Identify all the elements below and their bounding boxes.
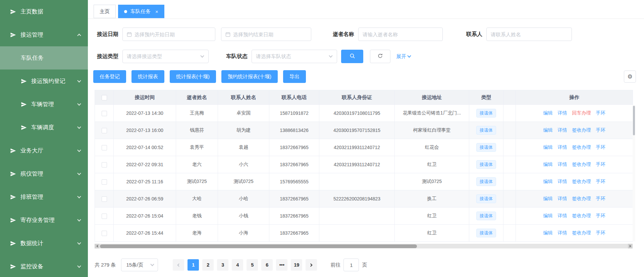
tab-1[interactable]: 车队任务× — [118, 5, 164, 18]
row-checkbox[interactable] — [102, 196, 107, 202]
contact-input[interactable] — [486, 28, 572, 41]
action-手环[interactable]: 手环 — [596, 161, 605, 168]
action-签收办理[interactable]: 签收办理 — [572, 230, 591, 236]
action-编辑[interactable]: 编辑 — [543, 127, 553, 133]
row-checkbox[interactable] — [102, 231, 107, 236]
deceased-name-input[interactable] — [358, 28, 443, 41]
date-start-input[interactable] — [122, 28, 215, 41]
page-size-select[interactable]: 15条/页 — [121, 259, 158, 271]
toolbar-button-0[interactable]: 任务登记 — [93, 70, 126, 83]
toolbar-button-1[interactable]: 统计报表 — [131, 70, 164, 83]
action-详情[interactable]: 详情 — [558, 144, 567, 150]
page-button-3[interactable]: 3 — [217, 259, 228, 271]
action-详情[interactable]: 详情 — [558, 213, 567, 219]
action-手环[interactable]: 手环 — [596, 110, 605, 116]
action-手环[interactable]: 手环 — [596, 127, 605, 133]
action-签收办理[interactable]: 签收办理 — [572, 179, 591, 185]
fleet-status-select[interactable]: 请选择车队状态 — [252, 50, 337, 63]
action-手环[interactable]: 手环 — [596, 144, 605, 150]
pickup-type-select[interactable]: 请选择接运类型 — [122, 50, 209, 63]
row-checkbox[interactable] — [102, 128, 107, 133]
action-签收办理[interactable]: 签收办理 — [572, 213, 591, 219]
page-button-6[interactable]: 6 — [261, 259, 273, 271]
cell-pickup-time: 2022-07-14 00:52 — [114, 139, 176, 156]
date-end-input[interactable] — [221, 28, 311, 41]
date-start-field[interactable] — [135, 28, 211, 41]
refresh-button[interactable] — [370, 50, 390, 63]
action-编辑[interactable]: 编辑 — [543, 196, 553, 202]
page-button-4[interactable]: 4 — [232, 259, 243, 271]
action-详情[interactable]: 详情 — [558, 110, 567, 116]
column-settings-button[interactable]: ⚙ — [624, 71, 636, 83]
action-手环[interactable]: 手环 — [596, 230, 605, 236]
action-编辑[interactable]: 编辑 — [543, 110, 553, 116]
next-page-button[interactable] — [306, 259, 317, 271]
action-编辑[interactable]: 编辑 — [543, 179, 553, 185]
sidebar-item-3[interactable]: 接运预约登记 — [0, 70, 88, 93]
sidebar-item-10[interactable]: 数据统计 — [0, 232, 88, 255]
sidebar-item-7[interactable]: 殡仪管理 — [0, 162, 88, 185]
search-button[interactable] — [341, 50, 363, 63]
action-详情[interactable]: 详情 — [558, 179, 567, 185]
row-checkbox[interactable] — [102, 145, 107, 150]
sidebar-item-2[interactable]: 车队任务 — [0, 46, 88, 70]
page-ellipsis[interactable]: ••• — [276, 259, 287, 271]
page-button-5[interactable]: 5 — [247, 259, 258, 271]
expand-link[interactable]: 展开 — [396, 53, 411, 60]
toolbar-button-4[interactable]: 导出 — [283, 70, 306, 83]
sidebar-item-11[interactable]: 监控设备 — [0, 255, 88, 277]
action-签收办理[interactable]: 签收办理 — [572, 161, 591, 168]
action-详情[interactable]: 详情 — [558, 161, 567, 168]
toolbar-button-3[interactable]: 预约统计报表(十堰) — [221, 70, 278, 83]
page-button-1[interactable]: 1 — [187, 259, 199, 271]
vertical-scrollbar[interactable] — [633, 105, 635, 241]
page-button-19[interactable]: 19 — [291, 259, 302, 271]
action-签收办理[interactable]: 签收办理 — [572, 127, 591, 133]
contact-field[interactable] — [491, 28, 568, 41]
cell-pickup-time: 2022-07-22 09:31 — [114, 156, 176, 173]
action-详情[interactable]: 详情 — [558, 196, 567, 202]
action-编辑[interactable]: 编辑 — [543, 144, 553, 150]
action-编辑[interactable]: 编辑 — [543, 213, 553, 219]
action-详情[interactable]: 详情 — [558, 230, 567, 236]
scroll-right-button[interactable] — [628, 244, 633, 248]
action-回车办理[interactable]: 回车办理 — [572, 110, 591, 116]
select-all-checkbox[interactable] — [102, 95, 107, 100]
scroll-left-button[interactable] — [95, 244, 99, 248]
toolbar-button-2[interactable]: 统计报表(十堰) — [170, 70, 216, 83]
sidebar-item-0[interactable]: 主页数据 — [0, 0, 88, 23]
tab-0[interactable]: 主页 — [94, 5, 116, 18]
chevron-down-icon — [78, 173, 80, 175]
action-签收办理[interactable]: 签收办理 — [572, 196, 591, 202]
sidebar-item-4[interactable]: 车辆管理 — [0, 93, 88, 116]
sidebar-item-8[interactable]: 排班管理 — [0, 185, 88, 209]
sidebar-item-6[interactable]: 业务大厅 — [0, 139, 88, 162]
date-end-field[interactable] — [233, 28, 307, 41]
action-手环[interactable]: 手环 — [596, 213, 605, 219]
chevron-down-icon — [78, 81, 80, 82]
action-签收办理[interactable]: 签收办理 — [572, 144, 591, 150]
action-编辑[interactable]: 编辑 — [543, 161, 553, 168]
page-button-2[interactable]: 2 — [202, 259, 214, 271]
vertical-scrollbar-thumb[interactable] — [633, 106, 635, 135]
action-手环[interactable]: 手环 — [596, 196, 605, 202]
sidebar-item-9[interactable]: 寄存业务管理 — [0, 209, 88, 232]
prev-page-button[interactable] — [173, 259, 184, 271]
horizontal-scrollbar[interactable] — [95, 244, 633, 248]
action-详情[interactable]: 详情 — [558, 127, 567, 133]
row-checkbox[interactable] — [102, 214, 107, 219]
goto-page-input[interactable] — [343, 259, 359, 271]
horizontal-scrollbar-thumb[interactable] — [100, 244, 417, 248]
tab-close-icon[interactable]: × — [155, 9, 158, 14]
action-编辑[interactable]: 编辑 — [543, 230, 553, 236]
action-手环[interactable]: 手环 — [596, 179, 605, 185]
chevron-down-icon — [78, 266, 80, 267]
row-checkbox[interactable] — [102, 162, 107, 168]
cell-pickup-time: 2022-07-13 14:30 — [114, 105, 176, 122]
sidebar-item-1[interactable]: 接运管理 — [0, 23, 88, 46]
sidebar-item-5[interactable]: 车辆调度 — [0, 116, 88, 139]
row-checkbox[interactable] — [102, 111, 107, 116]
row-checkbox[interactable] — [102, 179, 107, 185]
deceased-name-field[interactable] — [363, 28, 438, 41]
cell-contact-name: 测试0725 — [218, 173, 269, 190]
